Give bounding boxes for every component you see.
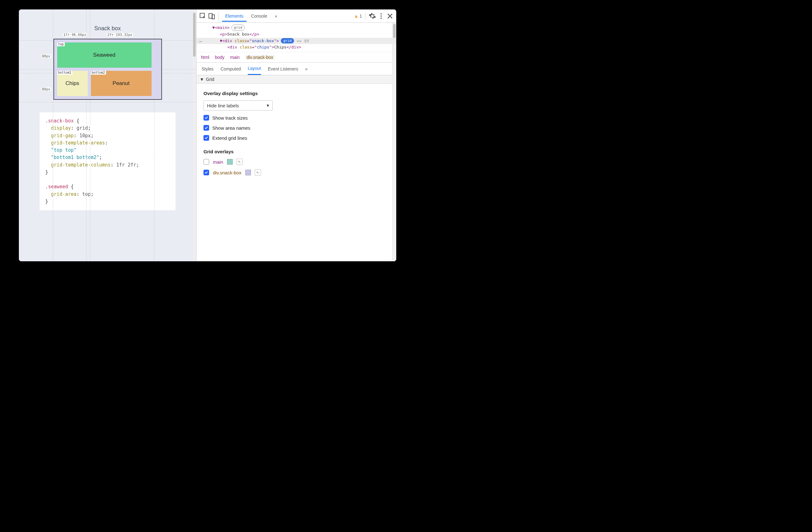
dom-tree[interactable]: ▼<main>grid <p>Snack box</p> ▼<div class… [197, 23, 396, 52]
crumb-main[interactable]: main [230, 55, 240, 60]
subtab-more[interactable]: » [305, 67, 307, 71]
swatch-snackbox[interactable] [245, 170, 251, 175]
tab-more[interactable]: » [272, 10, 280, 22]
devtools-panel: Elements Console » ▲ 1 ▼<main>grid <p>Sn… [196, 10, 396, 261]
subtab-computed[interactable]: Computed [220, 67, 241, 71]
col-size-2: 2fr·193.32px [107, 33, 133, 37]
chips-label: Chips [66, 80, 79, 87]
preview-title: Snack box [27, 25, 188, 32]
checkbox-track-sizes[interactable] [203, 115, 209, 121]
snack-box-grid[interactable]: top Seaweed bottom1 Chips bottom2 Peanut [54, 39, 162, 100]
warning-count: 1 [360, 14, 362, 18]
crumb-html[interactable]: html [201, 55, 209, 60]
overlay-snackbox-label[interactable]: div.snack-box [213, 170, 242, 175]
kebab-icon[interactable] [377, 12, 385, 20]
settings-icon[interactable] [368, 12, 376, 20]
crumb-current[interactable]: div.snack-box [245, 55, 275, 60]
highlight-icon[interactable]: ↖ [236, 159, 243, 165]
crumb-body[interactable]: body [215, 55, 224, 60]
warnings-badge[interactable]: ▲ 1 [354, 13, 362, 18]
label-area-names: Show area names [212, 125, 250, 131]
subtab-listeners[interactable]: Event Listeners [268, 67, 299, 71]
peanut-label: Peanut [113, 80, 130, 87]
line-labels-value: Hide line labels [207, 103, 239, 108]
overlay-main-label[interactable]: main [213, 159, 223, 165]
row-size-2: 80px [42, 87, 51, 91]
css-source: .snack-box { display: grid; grid-gap: 10… [40, 112, 175, 210]
line-labels-select[interactable]: Hide line labels ▾ [203, 100, 273, 111]
area-tag-top: top [57, 42, 65, 46]
cell-seaweed[interactable]: top Seaweed [57, 42, 151, 68]
label-track-sizes: Show track sizes [212, 115, 248, 121]
label-extend-lines: Extend grid lines [212, 135, 247, 141]
chevron-down-icon: ▼ [200, 77, 204, 82]
tab-elements[interactable]: Elements [222, 10, 247, 22]
cell-chips[interactable]: bottom1 Chips [57, 71, 88, 96]
inspect-icon[interactable] [199, 12, 207, 20]
grid-badge-snackbox[interactable]: grid [281, 38, 294, 44]
warning-icon: ▲ [354, 13, 359, 18]
highlight-icon[interactable]: ↖ [255, 169, 261, 176]
breadcrumb[interactable]: html body main div.snack-box [197, 52, 396, 62]
cell-peanut[interactable]: bottom2 Peanut [91, 71, 151, 96]
seaweed-label: Seaweed [93, 52, 115, 58]
area-tag-bottom2: bottom2 [91, 71, 106, 74]
preview-scrollbar[interactable] [192, 10, 196, 261]
checkbox-overlay-main[interactable] [203, 159, 209, 165]
overlay-settings-title: Overlay display settings [203, 91, 389, 96]
tab-console[interactable]: Console [248, 10, 270, 22]
checkbox-extend-lines[interactable] [203, 135, 209, 141]
area-tag-bottom1: bottom1 [57, 71, 72, 74]
overlays-title: Grid overlays [203, 149, 389, 154]
row-size-1: 80px [42, 54, 51, 58]
dom-selected-row[interactable]: ▼<div class="snack-box">grid == $0 [197, 38, 396, 44]
grid-section-label: Grid [206, 77, 214, 82]
svg-point-3 [380, 13, 382, 14]
devtools-scrollbar[interactable] [392, 23, 396, 261]
subtab-styles[interactable]: Styles [202, 67, 214, 71]
col-size-1: 1fr·96.66px [63, 33, 87, 37]
svg-point-4 [380, 15, 382, 17]
device-toggle-icon[interactable] [208, 12, 215, 20]
subtab-layout[interactable]: Layout [248, 62, 261, 75]
chevron-down-icon: ▾ [267, 103, 269, 108]
close-icon[interactable] [386, 12, 394, 20]
swatch-main[interactable] [227, 159, 233, 165]
grid-badge-main[interactable]: grid [231, 25, 245, 31]
page-preview: Snack box 1fr·96.66px 2fr·193.32px 80px … [19, 10, 196, 261]
grid-section-header[interactable]: ▼ Grid [197, 75, 396, 84]
checkbox-overlay-snackbox[interactable] [203, 170, 209, 175]
checkbox-area-names[interactable] [203, 125, 209, 131]
svg-point-5 [380, 18, 382, 19]
